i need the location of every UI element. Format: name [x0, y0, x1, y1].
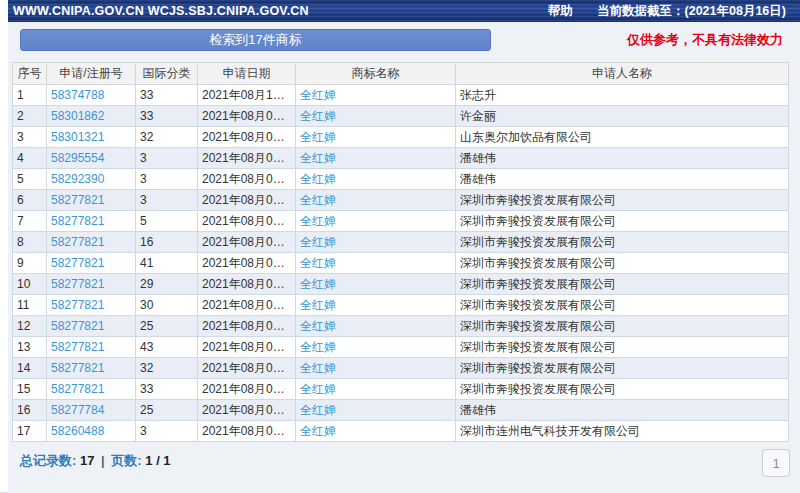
cell-applicant: 潘雄伟: [456, 400, 789, 421]
cell-mark-link[interactable]: 全红婵: [296, 253, 456, 274]
cell-apply-date: 2021年08月07日: [198, 127, 296, 148]
page-1-button[interactable]: 1: [762, 449, 790, 477]
table-row: 16 58277784 25 2021年08月06日 全红婵 潘雄伟: [13, 400, 789, 421]
cell-mark-link[interactable]: 全红婵: [296, 295, 456, 316]
cell-mark-link[interactable]: 全红婵: [296, 379, 456, 400]
cell-reg-no-link[interactable]: 58295554: [47, 148, 136, 169]
cell-applicant: 潘雄伟: [456, 169, 789, 190]
cell-apply-date: 2021年08月06日: [198, 274, 296, 295]
cell-intl-class: 32: [136, 358, 198, 379]
cell-mark-link[interactable]: 全红婵: [296, 316, 456, 337]
cell-intl-class: 33: [136, 106, 198, 127]
cell-reg-no-link[interactable]: 58277784: [47, 400, 136, 421]
cell-mark-link[interactable]: 全红婵: [296, 358, 456, 379]
cell-intl-class: 3: [136, 169, 198, 190]
table-row: 2 58301862 33 2021年08月07日 全红婵 许金丽: [13, 106, 789, 127]
cell-apply-date: 2021年08月06日: [198, 337, 296, 358]
cell-reg-no-link[interactable]: 58277821: [47, 379, 136, 400]
cell-no: 16: [13, 400, 47, 421]
table-row: 17 58260488 3 2021年08月05日 全红婵 深圳市连州电气科技开…: [13, 421, 789, 442]
cell-no: 1: [13, 85, 47, 106]
cell-applicant: 山东奥尔加饮品有限公司: [456, 127, 789, 148]
cell-reg-no-link[interactable]: 58277821: [47, 211, 136, 232]
record-info: 总记录数: 17 | 页数: 1 / 1: [20, 452, 171, 470]
cell-applicant: 深圳市奔骏投资发展有限公司: [456, 295, 789, 316]
total-records-label: 总记录数:: [20, 453, 76, 468]
cell-apply-date: 2021年08月06日: [198, 358, 296, 379]
total-records-value: 17: [80, 453, 94, 468]
cell-no: 14: [13, 358, 47, 379]
cell-apply-date: 2021年08月05日: [198, 421, 296, 442]
cell-applicant: 深圳市连州电气科技开发有限公司: [456, 421, 789, 442]
cell-apply-date: 2021年08月06日: [198, 253, 296, 274]
cell-reg-no-link[interactable]: 58301321: [47, 127, 136, 148]
cell-applicant: 潘雄伟: [456, 148, 789, 169]
cell-apply-date: 2021年08月07日: [198, 106, 296, 127]
cell-reg-no-link[interactable]: 58277821: [47, 295, 136, 316]
cell-mark-link[interactable]: 全红婵: [296, 169, 456, 190]
cell-applicant: 深圳市奔骏投资发展有限公司: [456, 274, 789, 295]
cell-mark-link[interactable]: 全红婵: [296, 232, 456, 253]
cell-reg-no-link[interactable]: 58277821: [47, 253, 136, 274]
cell-no: 6: [13, 190, 47, 211]
cell-reg-no-link[interactable]: 58277821: [47, 274, 136, 295]
cell-mark-link[interactable]: 全红婵: [296, 85, 456, 106]
result-count-button[interactable]: 检索到17件商标: [20, 29, 491, 51]
cell-reg-no-link[interactable]: 58292390: [47, 169, 136, 190]
cell-mark-link[interactable]: 全红婵: [296, 106, 456, 127]
cell-apply-date: 2021年08月06日: [198, 148, 296, 169]
cell-intl-class: 33: [136, 379, 198, 400]
cell-reg-no-link[interactable]: 58277821: [47, 337, 136, 358]
table-row: 10 58277821 29 2021年08月06日 全红婵 深圳市奔骏投资发展…: [13, 274, 789, 295]
cell-intl-class: 41: [136, 253, 198, 274]
help-link[interactable]: 帮助: [548, 3, 573, 20]
table-row: 11 58277821 30 2021年08月06日 全红婵 深圳市奔骏投资发展…: [13, 295, 789, 316]
cell-intl-class: 43: [136, 337, 198, 358]
cell-mark-link[interactable]: 全红婵: [296, 211, 456, 232]
cell-applicant: 深圳市奔骏投资发展有限公司: [456, 253, 789, 274]
table-row: 6 58277821 3 2021年08月06日 全红婵 深圳市奔骏投资发展有限…: [13, 190, 789, 211]
results-table: 序号 申请/注册号 国际分类 申请日期 商标名称 申请人名称 1 5837478…: [12, 62, 789, 442]
cell-apply-date: 2021年08月10日: [198, 85, 296, 106]
cell-intl-class: 5: [136, 211, 198, 232]
cell-applicant: 深圳市奔骏投资发展有限公司: [456, 379, 789, 400]
cell-intl-class: 16: [136, 232, 198, 253]
cell-no: 17: [13, 421, 47, 442]
cell-mark-link[interactable]: 全红婵: [296, 190, 456, 211]
cell-applicant: 深圳市奔骏投资发展有限公司: [456, 316, 789, 337]
record-separator: |: [98, 453, 108, 468]
cell-mark-link[interactable]: 全红婵: [296, 274, 456, 295]
cell-applicant: 深圳市奔骏投资发展有限公司: [456, 190, 789, 211]
col-header-reg-no: 申请/注册号: [47, 63, 136, 85]
cell-applicant: 深圳市奔骏投资发展有限公司: [456, 358, 789, 379]
cell-reg-no-link[interactable]: 58374788: [47, 85, 136, 106]
cell-reg-no-link[interactable]: 58277821: [47, 190, 136, 211]
cell-mark-link[interactable]: 全红婵: [296, 337, 456, 358]
table-row: 14 58277821 32 2021年08月06日 全红婵 深圳市奔骏投资发展…: [13, 358, 789, 379]
cell-mark-link[interactable]: 全红婵: [296, 148, 456, 169]
table-row: 3 58301321 32 2021年08月07日 全红婵 山东奥尔加饮品有限公…: [13, 127, 789, 148]
cell-intl-class: 3: [136, 421, 198, 442]
cell-reg-no-link[interactable]: 58301862: [47, 106, 136, 127]
cell-mark-link[interactable]: 全红婵: [296, 400, 456, 421]
cell-intl-class: 25: [136, 400, 198, 421]
cell-no: 13: [13, 337, 47, 358]
cell-applicant: 许金丽: [456, 106, 789, 127]
cell-reg-no-link[interactable]: 58277821: [47, 358, 136, 379]
cell-intl-class: 3: [136, 148, 198, 169]
topbar: WWW.CNIPA.GOV.CN WCJS.SBJ.CNIPA.GOV.CN 帮…: [8, 0, 800, 22]
topbar-right: 帮助 当前数据截至：(2021年08月16日): [548, 3, 786, 20]
table-body: 1 58374788 33 2021年08月10日 全红婵 张志升 2 5830…: [13, 85, 789, 442]
cell-reg-no-link[interactable]: 58260488: [47, 421, 136, 442]
page: WWW.CNIPA.GOV.CN WCJS.SBJ.CNIPA.GOV.CN 帮…: [0, 0, 800, 493]
cell-mark-link[interactable]: 全红婵: [296, 421, 456, 442]
content-area: 检索到17件商标 仅供参考，不具有法律效力 序号 申请/注册号 国际分类 申请日…: [8, 22, 800, 493]
table-header-row: 序号 申请/注册号 国际分类 申请日期 商标名称 申请人名称: [13, 63, 789, 85]
cell-mark-link[interactable]: 全红婵: [296, 127, 456, 148]
cell-reg-no-link[interactable]: 58277821: [47, 316, 136, 337]
table-row: 9 58277821 41 2021年08月06日 全红婵 深圳市奔骏投资发展有…: [13, 253, 789, 274]
cell-reg-no-link[interactable]: 58277821: [47, 232, 136, 253]
cell-intl-class: 33: [136, 85, 198, 106]
table-row: 4 58295554 3 2021年08月06日 全红婵 潘雄伟: [13, 148, 789, 169]
cell-no: 15: [13, 379, 47, 400]
